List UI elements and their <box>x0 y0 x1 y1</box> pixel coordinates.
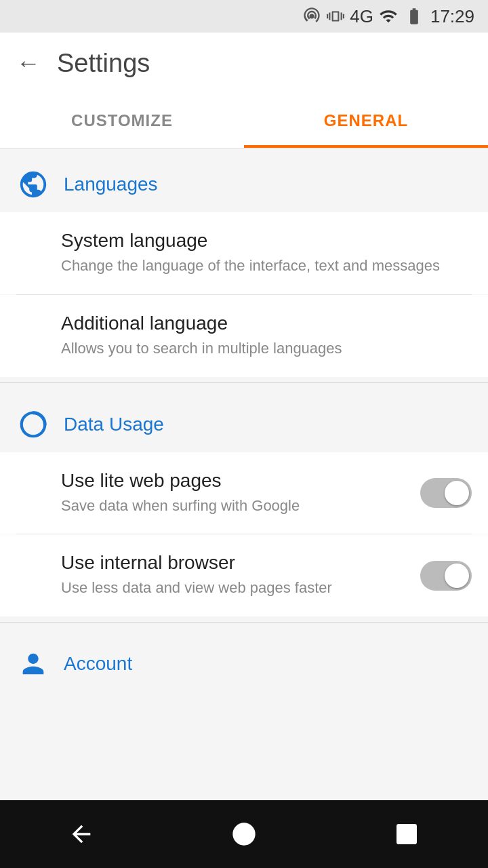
additional-language-item[interactable]: Additional language Allows you to search… <box>0 295 488 377</box>
nav-back-button[interactable] <box>61 814 102 854</box>
lite-web-pages-item[interactable]: Use lite web pages Save data when surfin… <box>0 452 488 534</box>
tab-general[interactable]: GENERAL <box>244 94 488 148</box>
vibrate-icon <box>327 7 344 25</box>
section-divider-1 <box>0 382 488 383</box>
battery-icon <box>403 7 425 26</box>
data-usage-section-header[interactable]: Data Usage <box>0 389 488 452</box>
account-section-header[interactable]: Account <box>0 628 488 692</box>
globe-icon <box>16 167 50 201</box>
data-usage-icon <box>16 408 50 441</box>
clock: 17:29 <box>430 6 474 27</box>
languages-section-header[interactable]: Languages <box>0 149 488 212</box>
account-title: Account <box>64 653 132 675</box>
status-bar: 4G 17:29 <box>0 0 488 33</box>
bottom-nav <box>0 800 488 868</box>
signal-icon <box>379 7 398 26</box>
nav-home-button[interactable] <box>224 814 264 854</box>
content-area: Languages System language Change the lan… <box>0 149 488 800</box>
page-title: Settings <box>57 49 150 78</box>
system-language-item[interactable]: System language Change the language of t… <box>0 212 488 294</box>
svg-point-2 <box>234 824 254 844</box>
tabs-bar: CUSTOMIZE GENERAL <box>0 94 488 149</box>
status-icons: 4G 17:29 <box>302 6 474 27</box>
internal-browser-item[interactable]: Use internal browser Use less data and v… <box>0 534 488 616</box>
header: ← Settings <box>0 33 488 94</box>
hotspot-icon <box>302 7 321 26</box>
account-icon <box>16 647 50 681</box>
data-usage-title: Data Usage <box>64 414 164 435</box>
network-type: 4G <box>350 6 373 27</box>
languages-title: Languages <box>64 174 158 195</box>
internal-browser-toggle[interactable] <box>420 561 472 591</box>
svg-rect-3 <box>398 825 416 844</box>
tab-customize[interactable]: CUSTOMIZE <box>0 94 244 148</box>
section-divider-2 <box>0 622 488 623</box>
nav-recent-button[interactable] <box>386 814 427 854</box>
back-button[interactable]: ← <box>16 49 41 77</box>
lite-web-pages-toggle[interactable] <box>420 478 472 508</box>
